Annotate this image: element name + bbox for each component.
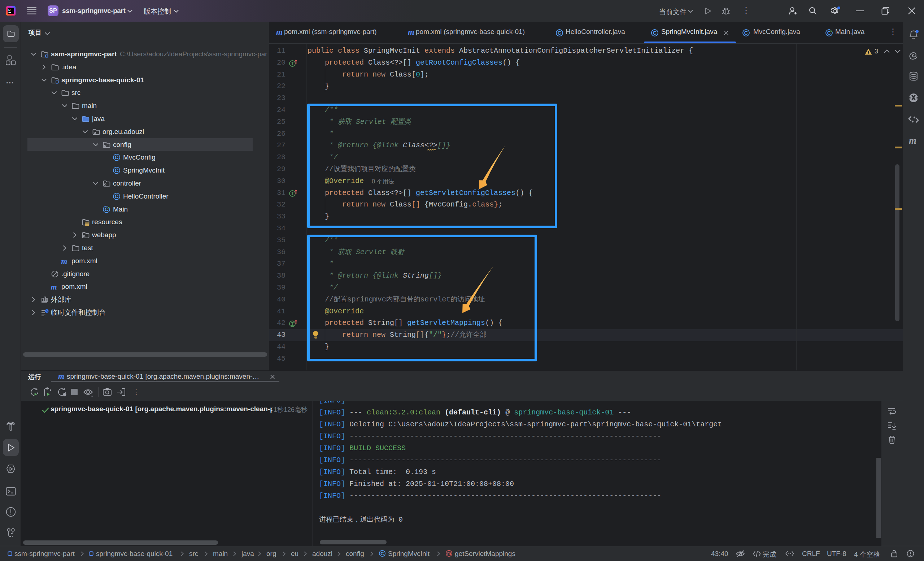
svg-text:C: C <box>115 194 119 199</box>
svg-text:C: C <box>380 551 384 556</box>
svg-text:m: m <box>447 551 451 556</box>
svg-text:C: C <box>115 168 119 173</box>
svg-text:IJ: IJ <box>8 8 10 12</box>
svg-text:C: C <box>653 30 657 36</box>
svg-text:C: C <box>558 30 562 36</box>
svg-text:C: C <box>744 30 748 36</box>
svg-text:C: C <box>115 155 119 160</box>
